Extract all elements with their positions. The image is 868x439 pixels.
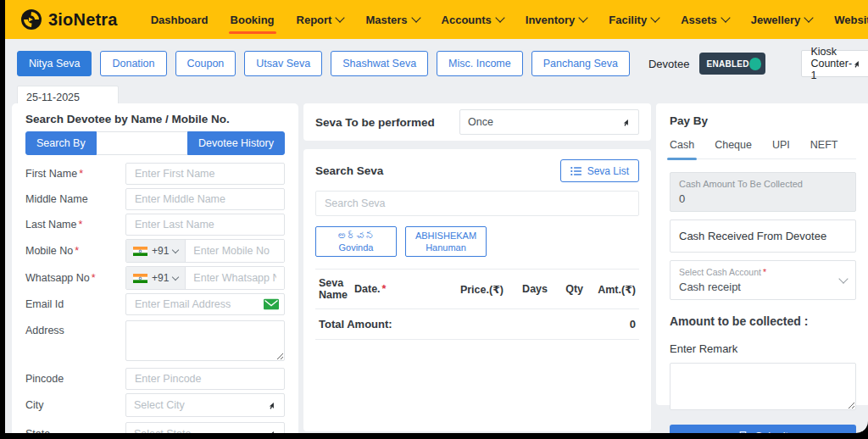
- pincode-input[interactable]: [125, 368, 285, 390]
- chevron-down-icon: [172, 274, 179, 281]
- nav-item-website[interactable]: Website: [823, 0, 868, 39]
- pay-tab-cash[interactable]: Cash: [670, 135, 694, 158]
- pay-tab-upi[interactable]: UPI: [772, 135, 790, 158]
- booking-toolbar: Nitya Seva Donation Coupon Utsav Seva Sh…: [5, 39, 868, 77]
- address-row: Address: [25, 320, 285, 364]
- search-seva-title: Search Seva: [315, 164, 383, 177]
- seva-performed-title: Seva To be performed: [315, 116, 435, 129]
- pincode-label: Pincode: [25, 373, 125, 385]
- required-marker: *: [382, 283, 387, 295]
- chevron-down-icon: [838, 274, 848, 283]
- seva-frequency-select[interactable]: Once: [459, 109, 639, 135]
- tab-panchang-seva[interactable]: Panchang Seva: [531, 51, 630, 76]
- address-textarea[interactable]: [125, 320, 285, 361]
- state-label: State: [25, 428, 125, 433]
- devotee-history-button[interactable]: Devotee History: [187, 131, 285, 155]
- chevron-down-icon: [411, 13, 420, 22]
- dropdown-arrow-icon: [267, 401, 276, 410]
- tab-nitya-seva[interactable]: Nitya Seva: [17, 51, 92, 76]
- nav-item-jewellery[interactable]: Jewellery: [740, 0, 824, 39]
- country-code-select[interactable]: +91: [126, 267, 186, 289]
- devotee-search-input[interactable]: [97, 131, 187, 155]
- first-name-row: First Name*: [25, 163, 285, 185]
- brand[interactable]: 3ioNetra: [20, 8, 118, 31]
- pay-by-title: Pay By: [670, 114, 856, 127]
- required-marker: *: [79, 168, 83, 180]
- pay-tab-cheque[interactable]: Cheque: [715, 135, 752, 158]
- nav-item-report[interactable]: Report: [286, 0, 355, 39]
- pincode-row: Pincode: [25, 368, 285, 390]
- kiosk-counter-select[interactable]: Kiosk Counter-1: [801, 50, 868, 77]
- main-nav: Dashboard Booking Report Masters Account…: [140, 0, 868, 39]
- cash-received-input[interactable]: Cash Received From Devotee: [670, 220, 856, 253]
- nav-item-facility[interactable]: Facility: [598, 0, 670, 39]
- cash-account-value: Cash receipt: [679, 281, 766, 293]
- cash-amount-to-collect-field: Cash Amount To Be Collected 0: [670, 172, 856, 212]
- cash-account-select[interactable]: Select Cash Account* Cash receipt: [670, 260, 856, 300]
- col-amount: Amt.(₹): [583, 283, 636, 296]
- pay-tab-neft[interactable]: NEFT: [810, 135, 838, 158]
- middle-name-input[interactable]: [125, 188, 285, 210]
- seva-search-input[interactable]: [315, 191, 639, 216]
- remark-textarea[interactable]: [670, 363, 856, 410]
- cash-account-label: Select Cash Account*: [679, 267, 766, 277]
- submit-button[interactable]: Submit: [670, 425, 856, 433]
- required-marker: *: [78, 219, 82, 231]
- last-name-row: Last Name*: [25, 214, 285, 236]
- whatsapp-row: Whatsapp No* +91: [25, 266, 285, 290]
- email-row: Email Id: [25, 293, 285, 315]
- whatsapp-field: +91: [125, 266, 285, 290]
- required-marker: *: [75, 245, 79, 257]
- devotee-enabled-toggle[interactable]: ENABLED: [699, 53, 765, 75]
- tab-misc-income[interactable]: Misc. Income: [437, 51, 523, 76]
- last-name-input[interactable]: [125, 214, 285, 236]
- state-select[interactable]: Select State: [125, 422, 285, 433]
- whatsapp-input[interactable]: [186, 267, 284, 289]
- col-days: Days: [504, 283, 548, 295]
- india-flag-icon: [133, 247, 147, 256]
- mobile-label: Mobile No*: [25, 245, 125, 257]
- devotee-panel: Search Devotee by Name / Mobile No. Sear…: [12, 103, 298, 433]
- seva-list-button[interactable]: Seva List: [560, 159, 639, 182]
- app-window: 3ioNetra Dashboard Booking Report Master…: [5, 0, 868, 433]
- total-amount-row: Total Amount: 0: [315, 309, 639, 340]
- quick-seva-archana-govinda[interactable]: అర్చన Govinda: [315, 226, 397, 257]
- first-name-input[interactable]: [125, 163, 285, 185]
- envelope-icon[interactable]: [264, 299, 279, 310]
- city-label: City: [25, 399, 125, 411]
- city-select[interactable]: Select City: [125, 393, 285, 417]
- nav-item-dashboard[interactable]: Dashboard: [140, 0, 220, 39]
- seva-frequency-card: Seva To be performed Once: [303, 103, 651, 141]
- nav-item-masters[interactable]: Masters: [354, 0, 430, 39]
- tab-utsav-seva[interactable]: Utsav Seva: [244, 51, 322, 76]
- country-code-select[interactable]: +91: [126, 240, 186, 262]
- last-name-label: Last Name*: [25, 219, 125, 231]
- chevron-down-icon: [804, 13, 814, 22]
- tab-donation[interactable]: Donation: [100, 51, 166, 76]
- nav-item-inventory[interactable]: Inventory: [515, 0, 598, 39]
- nav-item-accounts[interactable]: Accounts: [431, 0, 515, 39]
- quick-seva-abhishekam-hanuman[interactable]: ABHISHEKAM Hanuman: [405, 226, 487, 257]
- pay-tabs: Cash Cheque UPI NEFT: [670, 135, 856, 159]
- content-area: Search Devotee by Name / Mobile No. Sear…: [5, 103, 868, 433]
- cash-amount-label: Cash Amount To Be Collected: [679, 179, 847, 189]
- first-name-label: First Name*: [25, 168, 125, 180]
- required-marker: *: [763, 267, 766, 277]
- email-input[interactable]: [125, 293, 285, 315]
- pay-panel: Pay By Cash Cheque UPI NEFT Cash Amount …: [656, 103, 868, 405]
- col-qty: Qty: [548, 283, 583, 295]
- tab-shashwat-seva[interactable]: Shashwat Seva: [331, 51, 428, 76]
- tab-coupon[interactable]: Coupon: [175, 51, 236, 76]
- city-row: City Select City: [25, 393, 285, 417]
- brand-name: 3ioNetra: [48, 10, 118, 30]
- mobile-input[interactable]: [186, 240, 284, 262]
- devotee-panel-title: Search Devotee by Name / Mobile No.: [25, 113, 285, 125]
- nav-item-assets[interactable]: Assets: [670, 0, 740, 39]
- chevron-down-icon: [650, 13, 659, 22]
- dropdown-arrow-icon: [621, 118, 631, 127]
- toggle-knob: [749, 58, 762, 70]
- search-by-button[interactable]: Search By: [25, 131, 97, 155]
- nav-item-booking[interactable]: Booking: [220, 0, 286, 39]
- toggle-state-label: ENABLED: [704, 59, 748, 69]
- total-amount-label: Total Amount:: [319, 318, 392, 331]
